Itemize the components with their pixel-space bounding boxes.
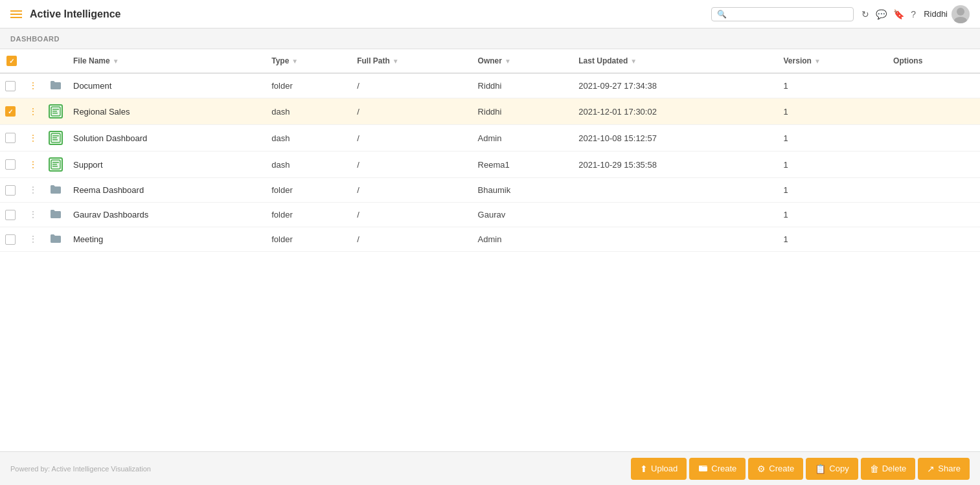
row-checkbox-cell[interactable] [0, 152, 23, 178]
file-table-container: File Name ▼ Type ▼ Full Path ▼ [0, 49, 980, 451]
row-file-name[interactable]: Meeting [68, 227, 266, 252]
row-file-name[interactable]: Gaurav Dashboards [68, 203, 266, 227]
row-checkbox[interactable] [5, 106, 16, 117]
row-file-name[interactable]: Solution Dashboard [68, 125, 266, 152]
dots-icon[interactable]: ⋮ [28, 234, 38, 244]
chat-icon[interactable]: 💬 [876, 9, 887, 19]
dots-icon[interactable]: ⋮ [28, 159, 38, 170]
dots-icon[interactable]: ⋮ [28, 133, 38, 143]
row-owner: Bhaumik [473, 178, 574, 203]
dash-icon [49, 131, 63, 145]
type-filter-icon[interactable]: ▼ [291, 58, 298, 65]
file-name-filter-icon[interactable]: ▼ [113, 58, 119, 65]
dots-icon[interactable]: ⋮ [28, 209, 38, 220]
dots-icon[interactable]: ⋮ [28, 80, 38, 91]
help-icon[interactable]: ? [911, 9, 916, 19]
file-name-link[interactable]: Gaurav Dashboards [73, 210, 148, 220]
svg-rect-5 [52, 113, 58, 114]
row-checkbox[interactable] [5, 210, 16, 220]
refresh-icon[interactable]: ↻ [861, 9, 869, 19]
row-menu-dots[interactable]: ⋮ [23, 203, 43, 227]
th-last-updated[interactable]: Last Updated ▼ [573, 49, 778, 73]
delete-label: Delete [882, 464, 907, 473]
th-select-all[interactable] [0, 49, 23, 73]
table-row: ⋮ Regional Salesdash/Riddhi2021-12-01 17… [0, 98, 980, 125]
row-checkbox[interactable] [5, 185, 16, 196]
row-file-name[interactable]: Regional Sales [68, 98, 266, 125]
row-checkbox[interactable] [5, 81, 16, 91]
row-checkbox[interactable] [5, 234, 16, 245]
delete-button[interactable]: 🗑 Delete [861, 458, 916, 480]
row-type: folder [266, 73, 352, 98]
row-menu-dots[interactable]: ⋮ [23, 152, 43, 178]
row-menu-dots[interactable]: ⋮ [23, 125, 43, 152]
th-full-path[interactable]: Full Path ▼ [352, 49, 472, 73]
row-type: dash [266, 125, 352, 152]
create-dash-icon: ⚙ [757, 464, 766, 474]
row-options [888, 178, 980, 203]
file-name-link[interactable]: Solution Dashboard [73, 133, 147, 143]
row-type: dash [266, 152, 352, 178]
full-path-filter-icon[interactable]: ▼ [393, 58, 399, 65]
row-menu-dots[interactable]: ⋮ [23, 178, 43, 203]
share-icon: ↗ [927, 464, 935, 474]
dots-icon[interactable]: ⋮ [28, 185, 38, 195]
bookmark-icon[interactable]: 🔖 [893, 9, 904, 19]
svg-rect-3 [52, 109, 59, 110]
row-last-updated [573, 227, 778, 252]
row-checkbox-cell[interactable] [0, 125, 23, 152]
row-checkbox-cell[interactable] [0, 73, 23, 98]
row-full-path: / [352, 98, 472, 125]
file-name-link[interactable]: Reema Dashboard [73, 185, 144, 195]
th-version[interactable]: Version ▼ [779, 49, 889, 73]
create-dash-button[interactable]: ⚙ Create [748, 458, 803, 480]
owner-filter-icon[interactable]: ▼ [505, 58, 511, 65]
row-full-path: / [352, 152, 472, 178]
svg-rect-4 [52, 111, 57, 112]
file-name-link[interactable]: Document [73, 81, 111, 91]
copy-icon: 📋 [815, 464, 826, 474]
app-title: Active Intelligence [30, 8, 121, 20]
svg-rect-13 [52, 166, 58, 167]
row-menu-dots[interactable]: ⋮ [23, 98, 43, 125]
folder-icon [50, 185, 62, 196]
th-file-name[interactable]: File Name ▼ [68, 49, 266, 73]
row-checkbox-cell[interactable] [0, 178, 23, 203]
row-file-icon-cell [43, 73, 68, 98]
row-file-name[interactable]: Document [68, 73, 266, 98]
row-owner: Riddhi [473, 98, 574, 125]
row-file-name[interactable]: Support [68, 152, 266, 178]
row-checkbox-cell[interactable] [0, 203, 23, 227]
file-name-link[interactable]: Meeting [73, 234, 103, 244]
subheader-label: DASHBOARD [10, 35, 60, 43]
hamburger-menu[interactable] [10, 10, 22, 18]
create-folder-button[interactable]: Create [689, 458, 746, 480]
version-filter-icon[interactable]: ▼ [814, 58, 821, 65]
select-all-checkbox[interactable] [6, 56, 17, 66]
user-avatar [952, 5, 970, 23]
copy-button[interactable]: 📋 Copy [806, 458, 858, 480]
search-box[interactable]: 🔍 [711, 7, 854, 21]
row-checkbox[interactable] [5, 159, 16, 170]
dots-icon[interactable]: ⋮ [28, 106, 38, 117]
upload-button[interactable]: ⬆ Upload [631, 458, 687, 480]
search-input[interactable] [729, 10, 848, 19]
row-file-name[interactable]: Reema Dashboard [68, 178, 266, 203]
th-dots [23, 49, 43, 73]
row-menu-dots[interactable]: ⋮ [23, 227, 43, 252]
svg-rect-8 [52, 137, 57, 139]
th-owner[interactable]: Owner ▼ [473, 49, 574, 73]
powered-by-text: Powered by: Active Intelligence Visualiz… [10, 465, 151, 473]
row-checkbox-cell[interactable] [0, 227, 23, 252]
row-checkbox[interactable] [5, 133, 16, 143]
share-button[interactable]: ↗ Share [918, 458, 970, 480]
row-checkbox-cell[interactable] [0, 98, 23, 125]
file-name-link[interactable]: Support [73, 160, 103, 170]
th-type[interactable]: Type ▼ [266, 49, 352, 73]
row-menu-dots[interactable]: ⋮ [23, 73, 43, 98]
row-full-path: / [352, 73, 472, 98]
last-updated-filter-icon[interactable]: ▼ [630, 58, 637, 65]
file-name-link[interactable]: Regional Sales [73, 107, 130, 117]
row-options [888, 227, 980, 252]
row-type: folder [266, 203, 352, 227]
